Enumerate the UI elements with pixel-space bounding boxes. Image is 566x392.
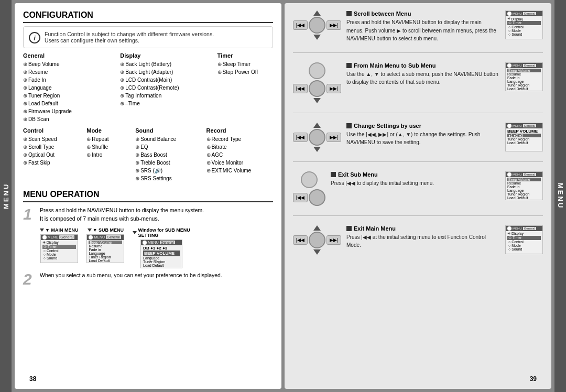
bullet-change-settings: [346, 123, 352, 128]
sub-menu-image: MENU General Beep Volume Resume Fade in …: [86, 234, 124, 263]
change-settings-nav: |◀◀ ▶▶|: [293, 123, 341, 152]
control-col: Control ⊕Scan Speed ⊕Scroll Type ⊕Optica…: [23, 127, 82, 182]
main-to-sub-nav: |◀◀ ▶▶|: [293, 62, 341, 103]
exit-main-nav: |◀◀ ▶▶|: [293, 225, 341, 255]
scroll-between-menu-block: |◀◀ ▶▶| Scroll between Menu Press and ho…: [293, 10, 543, 43]
step1: 1 Press and hold the NAVI/MENU button to…: [23, 206, 273, 268]
main-menu-diagram: ▼ MAIN MENU MENU General ☀ Display: [40, 227, 78, 263]
exit-sub-menu-block: |◀◀ Exit Sub Menu Press |◀◀ to display t…: [293, 171, 543, 206]
scroll-menu-display: MENU General ☀ Display ① Timer ○ Control…: [505, 10, 543, 39]
menu-operation-section: MENU OPERATION 1 Press and hold the NAVI…: [23, 190, 273, 290]
sub-menu-diagram: ▼ SUB MENU MENU General Beep Volume: [86, 227, 124, 263]
info-text: Function Control is subject to change wi…: [45, 31, 214, 43]
menu-op-title: MENU OPERATION: [23, 190, 273, 202]
general-col: General ⊕Beep Volume ⊕Resume ⊕Fade In ⊕L…: [23, 52, 116, 123]
from-main-to-sub-block: |◀◀ ▶▶| From Main Menu to Sub Menu Use t…: [293, 62, 543, 103]
mode-col: Mode ⊕Repeat ⊕Shuffle ⊕Intro: [86, 127, 131, 182]
bullet-main-sub: [346, 63, 352, 68]
step2: 2 When you select a sub menu, you can se…: [23, 271, 273, 287]
bullet-exit-main: [346, 226, 352, 231]
main-to-sub-display: MENU General Beep Volume Resume Fade in …: [505, 62, 543, 91]
bullet-scroll: [346, 11, 352, 16]
left-panel: CONFIGURATION i Function Control is subj…: [15, 3, 281, 389]
info-icon: i: [29, 32, 40, 43]
sound-col: Sound ⊕Sound Balance ⊕EQ ⊕Bass Boost ⊕Tr…: [135, 127, 202, 182]
right-side-tab: MENU: [554, 0, 566, 392]
config-title: CONFIGURATION: [23, 10, 273, 23]
timer-col: Timer ⊕Sleep Timer ⊕Stop Power Off: [217, 52, 273, 123]
left-side-tab: MENU: [0, 0, 12, 392]
exit-sub-display: MENU General Beep Volume Resume Fade in …: [505, 171, 543, 200]
scroll-menu-nav: |◀◀ ▶▶|: [293, 10, 341, 40]
exit-main-menu-block: |◀◀ ▶▶| Exit Main Menu Press |◀◀ at the …: [293, 225, 543, 255]
record-col: Record ⊕Record Type ⊕Bitrate ⊕AGC ⊕Voice…: [206, 127, 273, 182]
window-sub-menu-image: MENU General DB ●1 ●2 ●3 BEEP VOLUME Lan…: [140, 239, 182, 268]
bullet-exit-sub: [331, 172, 336, 177]
sub-menu-setting-diagram: Window for SUB MENUSETTING MENU General …: [133, 227, 190, 268]
right-panel: |◀◀ ▶▶| Scroll between Menu Press and ho…: [285, 3, 551, 389]
info-box: i Function Control is subject to change …: [23, 26, 273, 48]
change-settings-block: |◀◀ ▶▶| Change Settings by user Use the …: [293, 123, 543, 152]
page-num-left: 38: [29, 375, 36, 383]
main-menu-image: MENU General ☀ Display ① Timer ○ Control…: [40, 234, 78, 263]
config-section: CONFIGURATION i Function Control is subj…: [23, 10, 273, 182]
exit-main-display: MENU General ☀ Display ① Timer ○ Control…: [505, 225, 543, 254]
change-settings-display: MENU General BEEP VOLUME ●1 ●2 ●3 Tuner …: [505, 123, 543, 151]
exit-sub-nav: |◀◀: [293, 171, 325, 206]
page-num-right: 39: [530, 375, 537, 383]
display-col: Display ⊕Back Light (Battery) ⊕Back Ligh…: [120, 52, 213, 123]
